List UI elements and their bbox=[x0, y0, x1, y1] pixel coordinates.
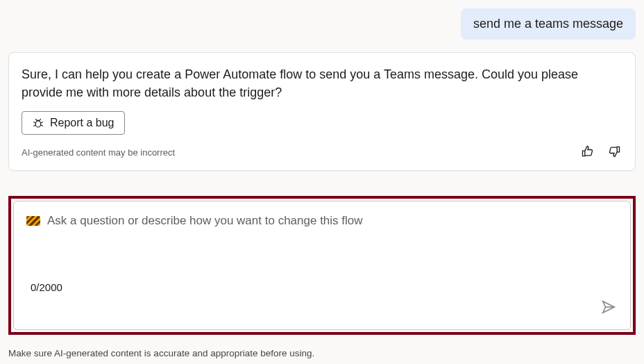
svg-line-6 bbox=[40, 119, 41, 120]
user-message-row: send me a teams message bbox=[8, 8, 636, 40]
assistant-message-text: Sure, I can help you create a Power Auto… bbox=[22, 65, 622, 101]
report-bug-button[interactable]: Report a bug bbox=[22, 111, 125, 135]
thumbs-down-button[interactable] bbox=[606, 143, 622, 162]
assistant-footer: AI-generated content may be incorrect bbox=[22, 143, 622, 162]
chat-container: send me a teams message Sure, I can help… bbox=[0, 0, 644, 179]
input-highlight-box: Ask a question or describe how you want … bbox=[8, 196, 636, 335]
user-message-text: send me a teams message bbox=[473, 17, 623, 31]
input-placeholder: Ask a question or describe how you want … bbox=[47, 214, 618, 228]
thumbs-up-icon bbox=[581, 144, 595, 160]
feedback-buttons bbox=[579, 143, 622, 162]
user-message-bubble: send me a teams message bbox=[461, 8, 636, 40]
svg-line-1 bbox=[33, 122, 35, 124]
thumbs-down-icon bbox=[607, 144, 621, 160]
svg-line-3 bbox=[33, 125, 35, 126]
report-bug-label: Report a bug bbox=[50, 117, 115, 129]
svg-line-5 bbox=[35, 119, 37, 120]
bottom-disclaimer: Make sure AI-generated content is accura… bbox=[8, 348, 314, 358]
svg-line-2 bbox=[41, 122, 43, 124]
send-button[interactable] bbox=[598, 297, 619, 320]
char-counter: 0/2000 bbox=[31, 281, 62, 293]
svg-point-0 bbox=[35, 121, 41, 127]
construction-icon bbox=[26, 216, 40, 226]
ai-disclaimer-small: AI-generated content may be incorrect bbox=[22, 147, 175, 158]
svg-line-4 bbox=[41, 125, 43, 126]
send-icon bbox=[601, 306, 616, 317]
input-card[interactable]: Ask a question or describe how you want … bbox=[13, 201, 631, 330]
input-row: Ask a question or describe how you want … bbox=[26, 214, 618, 228]
assistant-message-card: Sure, I can help you create a Power Auto… bbox=[8, 52, 636, 171]
thumbs-up-button[interactable] bbox=[579, 143, 596, 162]
bug-icon bbox=[32, 117, 44, 129]
